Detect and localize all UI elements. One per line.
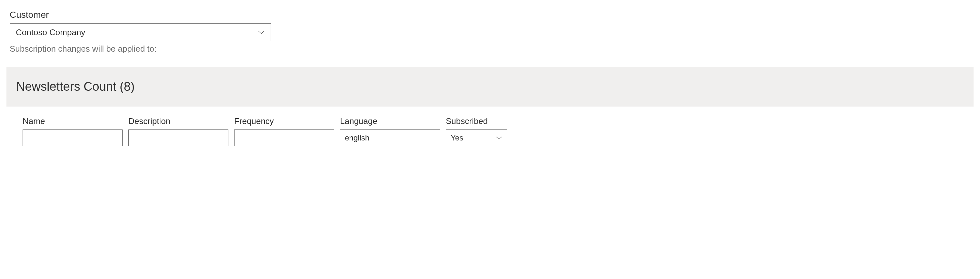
- name-label: Name: [22, 116, 123, 126]
- customer-label: Customer: [10, 10, 970, 20]
- description-label: Description: [128, 116, 228, 126]
- newsletters-panel-header: Newsletters Count (8): [6, 67, 974, 107]
- subscribed-select-value: Yes: [451, 133, 463, 142]
- language-label: Language: [340, 116, 440, 126]
- filter-col-frequency: Frequency: [234, 116, 334, 146]
- filter-row: Name Description Frequency Language Subs…: [10, 107, 970, 146]
- frequency-input[interactable]: [234, 129, 334, 146]
- filter-col-subscribed: Subscribed Yes: [446, 116, 507, 146]
- filter-col-description: Description: [128, 116, 228, 146]
- language-input[interactable]: [340, 129, 440, 146]
- customer-helper-text: Subscription changes will be applied to:: [10, 44, 970, 54]
- chevron-down-icon: [496, 136, 502, 140]
- filter-col-language: Language: [340, 116, 440, 146]
- customer-select-value: Contoso Company: [16, 27, 85, 37]
- description-input[interactable]: [128, 129, 228, 146]
- newsletters-title: Newsletters Count (8): [16, 80, 964, 94]
- subscribed-label: Subscribed: [446, 116, 507, 126]
- subscribed-select[interactable]: Yes: [446, 129, 507, 146]
- frequency-label: Frequency: [234, 116, 334, 126]
- chevron-down-icon: [258, 30, 265, 35]
- name-input[interactable]: [22, 129, 123, 146]
- filter-col-name: Name: [22, 116, 123, 146]
- customer-select[interactable]: Contoso Company: [10, 23, 271, 41]
- customer-field: Customer Contoso Company Subscription ch…: [10, 10, 970, 54]
